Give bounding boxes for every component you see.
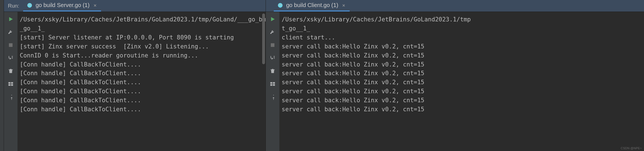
svg-rect-15 — [271, 43, 275, 47]
console-line: /Users/xsky/Library/Caches/JetBrains/GoL… — [282, 15, 642, 24]
toolbar-right — [266, 12, 279, 151]
svg-rect-17 — [273, 82, 275, 84]
svg-point-0 — [27, 3, 32, 8]
console-line: [Conn handle] CallBackToClient.... — [20, 105, 263, 114]
svg-point-14 — [281, 5, 281, 5]
console-line: server call back:Hello Zinx v0.2, cnt=15 — [282, 42, 642, 51]
console-line: client start... — [282, 33, 642, 42]
svg-point-4 — [30, 5, 31, 5]
console-line: [Conn handle] CallBackToClient.... — [20, 96, 263, 105]
console-line: [Conn handle] CallBackToClient.... — [20, 87, 263, 96]
console-line: [Conn handle] CallBackToClient.... — [20, 60, 263, 69]
toolbar-left — [4, 12, 17, 151]
tab-bar-left: Run: go build Server.go (1) × — [4, 0, 266, 12]
console-line: [start] Zinx server success [Zinx v2.0] … — [20, 42, 263, 51]
play-button[interactable] — [6, 15, 15, 24]
run-label: Run: — [4, 3, 23, 9]
console-right[interactable]: /Users/xsky/Library/Caches/JetBrains/GoL… — [279, 12, 644, 151]
console-line: t_go__1_ — [282, 24, 642, 33]
console-line: [Conn handle] CallBackToClient.... — [20, 69, 263, 78]
tab-label: go build Server.go (1) — [36, 2, 89, 8]
svg-rect-5 — [9, 43, 13, 47]
console-line: [start] Server listener at IP:0.0.0.0, P… — [20, 33, 263, 42]
console-line: server call back:Hello Zinx v0.2, cnt=15 — [282, 51, 642, 60]
console-left[interactable]: /Users/xsky/Library/Caches/JetBrains/GoL… — [17, 12, 266, 151]
close-icon[interactable]: × — [341, 2, 347, 8]
console-line: server call back:Hello Zinx v0.2, cnt=15 — [282, 69, 642, 78]
pin-button[interactable] — [6, 92, 15, 101]
tab-server[interactable]: go build Server.go (1) × — [23, 0, 101, 12]
panel-body-left: /Users/xsky/Library/Caches/JetBrains/GoL… — [4, 12, 266, 151]
svg-rect-18 — [270, 84, 272, 86]
run-panel-server: Run: go build Server.go (1) × — [4, 0, 266, 151]
scroll-end-button[interactable] — [268, 54, 277, 63]
svg-point-13 — [279, 5, 280, 5]
wrench-button[interactable] — [6, 28, 15, 37]
side-strip — [0, 0, 4, 151]
watermark: CSDN @NPE~ — [621, 146, 642, 150]
layout-button[interactable] — [6, 79, 15, 88]
tab-label: go build Client.go (1) — [286, 2, 338, 8]
svg-point-10 — [278, 3, 283, 8]
wrench-button[interactable] — [268, 28, 277, 37]
console-line: [Conn handle] CallBackToClient.... — [20, 78, 263, 87]
gopher-icon — [277, 2, 283, 8]
layout-button[interactable] — [268, 79, 277, 88]
console-line: server call back:Hello Zinx v0.2, cnt=15 — [282, 96, 642, 105]
console-line: ConnID 0 is Start...reader goroutine is … — [20, 51, 263, 60]
console-line: /Users/xsky/Library/Caches/JetBrains/GoL… — [20, 15, 263, 24]
scroll-end-button[interactable] — [6, 54, 15, 63]
console-line: server call back:Hello Zinx v0.2, cnt=15 — [282, 87, 642, 96]
scrollbar[interactable] — [262, 14, 265, 64]
svg-rect-16 — [270, 82, 272, 84]
play-button[interactable] — [268, 15, 277, 24]
trash-button[interactable] — [268, 66, 277, 76]
tab-bar-right: go build Client.go (1) × — [266, 0, 644, 12]
svg-rect-6 — [8, 82, 10, 84]
stop-button[interactable] — [6, 41, 15, 50]
pin-button[interactable] — [268, 92, 277, 101]
svg-rect-19 — [273, 84, 275, 86]
console-line: server call back:Hello Zinx v0.2, cnt=15 — [282, 78, 642, 87]
console-line: server call back:Hello Zinx v0.2, cnt=15 — [282, 105, 642, 114]
console-line: _go__1_ — [20, 24, 263, 33]
svg-rect-8 — [8, 84, 10, 86]
svg-rect-7 — [11, 82, 13, 84]
console-line: server call back:Hello Zinx v0.2, cnt=15 — [282, 60, 642, 69]
tab-client[interactable]: go build Client.go (1) × — [274, 0, 350, 12]
close-icon[interactable]: × — [92, 2, 98, 8]
trash-button[interactable] — [6, 66, 15, 76]
panel-body-right: /Users/xsky/Library/Caches/JetBrains/GoL… — [266, 12, 644, 151]
stop-button[interactable] — [268, 41, 277, 50]
run-panel-client: go build Client.go (1) × — [266, 0, 644, 151]
svg-point-3 — [29, 5, 29, 5]
gopher-icon — [27, 2, 33, 8]
svg-rect-9 — [11, 84, 13, 86]
